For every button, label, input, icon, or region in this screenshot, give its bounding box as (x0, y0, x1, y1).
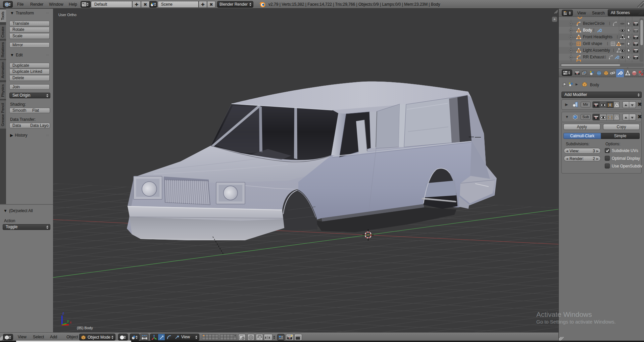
svg-text:User Ortho: User Ortho (58, 13, 77, 17)
svg-text:i: i (6, 3, 7, 6)
svg-text:+: + (553, 17, 555, 21)
svg-text:x: x (70, 321, 71, 324)
svg-text:z: z (62, 311, 64, 315)
svg-text:y: y (67, 319, 69, 323)
svg-text:(85) Body: (85) Body (77, 326, 93, 330)
